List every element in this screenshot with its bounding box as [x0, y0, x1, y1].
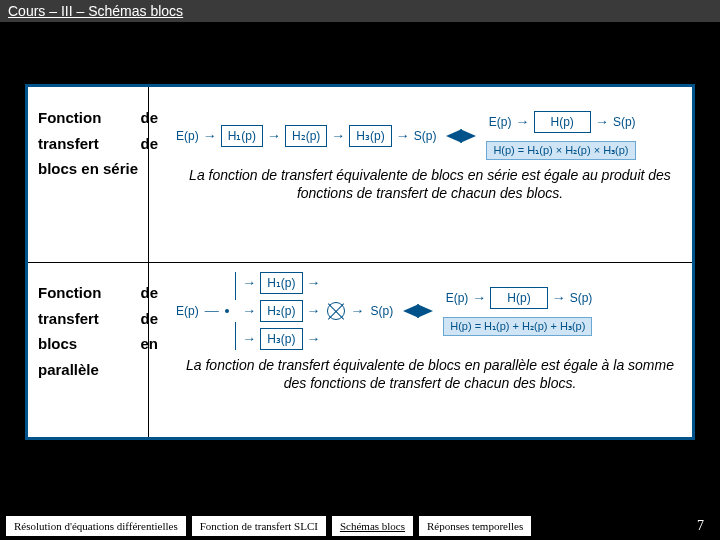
equiv-arrow-icon: [446, 129, 476, 143]
row-parallele: Fonctionde transfertde blocsen parallèle…: [28, 262, 692, 437]
block-h1: H₁(p): [260, 272, 302, 294]
equiv-arrow-icon: [403, 304, 433, 318]
label-serie: Fonctionde transfertde blocs en série: [28, 87, 168, 262]
footer-bar: Résolution d'équations différentielles F…: [0, 512, 720, 540]
caption-parallele: La fonction de transfert équivalente de …: [176, 356, 684, 392]
arrow-icon: —: [205, 304, 219, 318]
caption-serie: La fonction de transfert équivalente de …: [176, 166, 684, 202]
block-h1: H₁(p): [221, 125, 263, 147]
diagram-parallele: E(p) — →H₁(p)→ →H₂(p)→ →H₃(p)→ → S(p): [168, 262, 692, 437]
block-h3: H₃(p): [260, 328, 302, 350]
arrow-icon: →: [552, 291, 566, 305]
output-signal: S(p): [371, 304, 394, 318]
diagram-serie: E(p) → H₁(p) → H₂(p) → H₃(p) → S(p) E(p)…: [168, 87, 692, 262]
input-signal: E(p): [446, 291, 469, 305]
input-signal: E(p): [176, 129, 199, 143]
arrow-icon: →: [242, 304, 256, 318]
block-h2: H₂(p): [285, 125, 327, 147]
output-signal: S(p): [570, 291, 593, 305]
nav-button-schemas[interactable]: Schémas blocs: [332, 516, 413, 536]
arrow-icon: →: [203, 129, 217, 143]
header-title: Cours – III – Schémas blocs: [8, 3, 183, 19]
arrow-icon: →: [351, 304, 365, 318]
arrow-icon: →: [242, 276, 256, 290]
block-h: H(p): [534, 111, 591, 133]
page-number: 7: [697, 518, 714, 534]
block-h3: H₃(p): [349, 125, 391, 147]
nav-button-reponses[interactable]: Réponses temporelles: [419, 516, 531, 536]
slide-content: Fonctionde transfertde blocs en série E(…: [25, 84, 695, 440]
summer-icon: [327, 302, 345, 320]
formula-parallele: H(p) = H₁(p) + H₂(p) + H₃(p): [443, 317, 592, 336]
nav-button-equations[interactable]: Résolution d'équations différentielles: [6, 516, 186, 536]
arrow-icon: →: [307, 276, 321, 290]
formula-serie: H(p) = H₁(p) × H₂(p) × H₃(p): [486, 141, 635, 160]
arrow-icon: →: [267, 129, 281, 143]
arrow-icon: →: [331, 129, 345, 143]
branch-connector: [235, 272, 237, 350]
arrow-icon: →: [516, 115, 530, 129]
input-signal: E(p): [489, 115, 512, 129]
row-serie: Fonctionde transfertde blocs en série E(…: [28, 87, 692, 262]
arrow-icon: →: [472, 291, 486, 305]
label-parallele: Fonctionde transfertde blocsen parallèle: [28, 262, 168, 437]
input-signal: E(p): [176, 304, 199, 318]
arrow-icon: →: [242, 332, 256, 346]
header-bar: Cours – III – Schémas blocs: [0, 0, 720, 22]
arrow-icon: →: [396, 129, 410, 143]
arrow-icon: →: [595, 115, 609, 129]
node-icon: [225, 309, 229, 313]
arrow-icon: →: [307, 332, 321, 346]
output-signal: S(p): [613, 115, 636, 129]
output-signal: S(p): [414, 129, 437, 143]
block-h: H(p): [490, 287, 547, 309]
arrow-icon: →: [307, 304, 321, 318]
nav-button-transfert[interactable]: Fonction de transfert SLCI: [192, 516, 326, 536]
block-h2: H₂(p): [260, 300, 302, 322]
